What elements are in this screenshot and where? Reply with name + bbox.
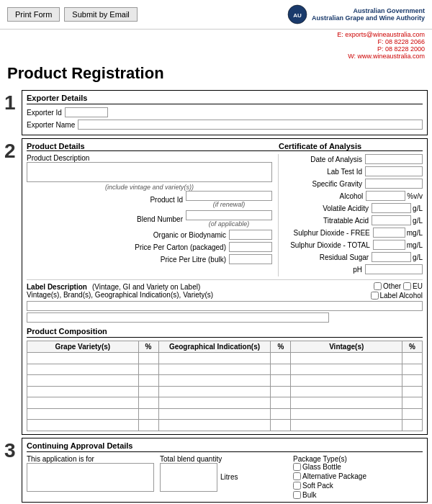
comp-row-2-col-1-input[interactable] xyxy=(140,377,157,385)
application-textarea[interactable] xyxy=(27,463,154,492)
comp-row-1-col-1-input[interactable] xyxy=(140,365,157,374)
coa-alcohol-input[interactable] xyxy=(366,191,405,201)
price-carton-input[interactable] xyxy=(229,242,272,252)
comp-row-4-col-0-input[interactable] xyxy=(29,399,137,408)
organic-input[interactable] xyxy=(229,230,272,240)
coa-titratable-input[interactable] xyxy=(372,215,411,225)
coa-labtest-label: Lab Test Id xyxy=(327,168,362,176)
comp-row-0-col-4-input[interactable] xyxy=(292,354,400,363)
label-row-1-input[interactable] xyxy=(27,301,423,311)
price-litre-input[interactable] xyxy=(229,254,272,264)
comp-row-4-col-2-input[interactable] xyxy=(161,399,269,408)
coa-so2free-input[interactable] xyxy=(373,228,405,238)
comp-cell-r5-c3 xyxy=(271,408,291,420)
section-1-title: Exporter Details xyxy=(27,94,423,104)
coa-gravity-input[interactable] xyxy=(365,179,423,189)
eu-checkbox[interactable] xyxy=(403,282,411,290)
comp-row-5-col-1-input[interactable] xyxy=(140,410,157,418)
organic-row: Organic or Biodynamic xyxy=(27,230,272,240)
section-2-columns: Product Description (include vintage and… xyxy=(27,154,423,276)
product-desc-label: Product Description xyxy=(27,154,269,162)
comp-row-3-col-2-input[interactable] xyxy=(161,387,269,396)
product-details-col: Product Description (include vintage and… xyxy=(27,154,279,276)
coa-sugar-input[interactable] xyxy=(372,252,411,262)
comp-row-3-col-0-input[interactable] xyxy=(29,387,137,396)
other-checkbox[interactable] xyxy=(374,282,382,290)
coa-ph-row: pH xyxy=(284,264,423,274)
litres-label: Litres xyxy=(220,473,238,481)
comp-row-4-col-4-input[interactable] xyxy=(292,399,400,408)
blend-qty-input[interactable] xyxy=(160,463,217,492)
comp-row-3-col-1-input[interactable] xyxy=(140,387,157,396)
comp-row-0-col-1-input[interactable] xyxy=(140,354,157,363)
comp-row-4-col-1-input[interactable] xyxy=(140,399,157,408)
section-3-title: Continuing Approval Details xyxy=(27,441,423,452)
comp-row-4-col-5-input[interactable] xyxy=(404,399,420,408)
comp-cell-r2-c1 xyxy=(138,375,158,387)
coa-sugar-row: Residual Sugar g/L xyxy=(284,252,423,262)
comp-row-2-col-3-input[interactable] xyxy=(272,377,289,385)
comp-row-6-col-5-input[interactable] xyxy=(404,421,420,430)
coa-alcohol-label: Alcohol xyxy=(340,192,364,200)
comp-cell-r5-c1 xyxy=(138,408,158,420)
label-row-2-input[interactable] xyxy=(27,312,329,323)
coa-labtest-input[interactable] xyxy=(365,166,423,176)
comp-row-2-col-2-input[interactable] xyxy=(161,377,269,385)
comp-row-2-col-4-input[interactable] xyxy=(292,377,400,385)
comp-row-6-col-4-input[interactable] xyxy=(292,421,400,430)
section-2: 2 Product Details Certificate of Analysi… xyxy=(4,138,428,435)
exporter-name-input[interactable] xyxy=(78,120,423,130)
comp-row-0-col-5-input[interactable] xyxy=(404,354,420,363)
comp-row-3-col-5-input[interactable] xyxy=(404,387,420,396)
coa-ph-input[interactable] xyxy=(365,264,423,274)
comp-row-6-col-3-input[interactable] xyxy=(272,421,289,430)
comp-row-5-col-2-input[interactable] xyxy=(161,410,269,418)
bulk-checkbox[interactable] xyxy=(293,491,301,499)
comp-cell-r6-c1 xyxy=(138,420,158,431)
coa-volatile-input[interactable] xyxy=(372,203,411,213)
coa-date-input[interactable] xyxy=(365,154,423,164)
comp-row-6-col-1-input[interactable] xyxy=(140,421,157,430)
comp-row-6-col-0-input[interactable] xyxy=(29,421,137,430)
comp-row-5-col-4-input[interactable] xyxy=(292,410,400,418)
comp-row-4-col-3-input[interactable] xyxy=(272,399,289,408)
comp-row-3-col-3-input[interactable] xyxy=(272,387,289,396)
coa-sugar-label: Residual Sugar xyxy=(320,253,369,261)
coa-titratable-label: Titratable Acid xyxy=(323,217,369,225)
product-id-input[interactable] xyxy=(186,191,272,201)
blend-number-input[interactable] xyxy=(186,210,272,220)
comp-row-3-col-4-input[interactable] xyxy=(292,387,400,396)
print-button[interactable]: Print Form xyxy=(7,7,60,22)
product-desc-input[interactable] xyxy=(27,162,272,182)
soft-pack-checkbox[interactable] xyxy=(293,482,301,490)
section-3-number: 3 xyxy=(4,438,22,503)
comp-row-5-col-0-input[interactable] xyxy=(29,410,137,418)
comp-row-1-col-0-input[interactable] xyxy=(29,365,137,374)
blend-qty-label: Total blend quantity xyxy=(160,455,284,463)
exporter-id-input[interactable] xyxy=(65,107,108,117)
comp-row-0-col-2-input[interactable] xyxy=(161,354,269,363)
contact-fax: F: 08 8228 2066 xyxy=(377,38,425,45)
alt-package-checkbox[interactable] xyxy=(293,472,301,480)
label-desc-title: Label Description xyxy=(27,283,87,291)
comp-row-5-col-3-input[interactable] xyxy=(272,410,289,418)
comp-row-1-col-2-input[interactable] xyxy=(161,365,269,374)
comp-row-2-col-0-input[interactable] xyxy=(29,377,137,385)
email-button[interactable]: Submit by Email xyxy=(64,7,137,22)
comp-row-1-col-3-input[interactable] xyxy=(272,365,289,374)
blend-number-label: Blend Number xyxy=(137,215,183,223)
comp-row-0-col-3-input[interactable] xyxy=(272,354,289,363)
comp-row-2-col-5-input[interactable] xyxy=(404,377,420,385)
comp-row-0-col-0-input[interactable] xyxy=(29,354,137,363)
comp-cell-r5-c4 xyxy=(291,408,402,420)
comp-row-6-col-2-input[interactable] xyxy=(161,421,269,430)
comp-cell-r0-c0 xyxy=(27,353,139,364)
comp-row-1-col-4-input[interactable] xyxy=(292,365,400,374)
glass-bottle-checkbox[interactable] xyxy=(293,463,301,471)
label-alcohol-checkbox[interactable] xyxy=(371,292,379,300)
comp-cell-r1-c0 xyxy=(27,364,139,375)
coa-so2total-input[interactable] xyxy=(373,240,405,250)
comp-row-1-col-5-input[interactable] xyxy=(404,365,420,374)
glass-bottle-text: Glass Bottle xyxy=(302,463,341,471)
comp-row-5-col-5-input[interactable] xyxy=(404,410,420,418)
